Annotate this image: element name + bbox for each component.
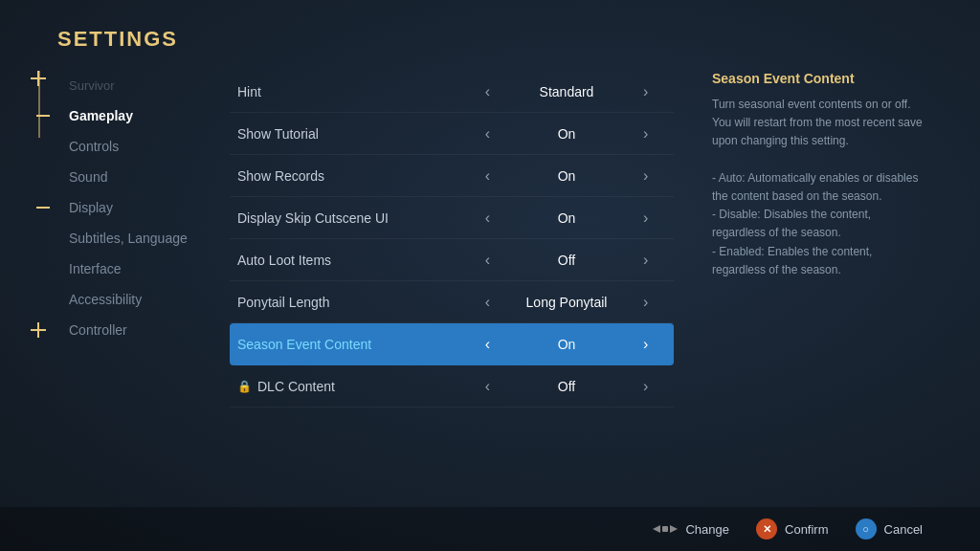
setting-control-auto-loot: ‹ Off › [467, 252, 666, 269]
setting-label-ponytail: Ponytail Length [237, 295, 467, 310]
setting-label-season-event: Season Event Content [237, 337, 467, 352]
setting-label-hint: Hint [237, 84, 467, 99]
setting-control-dlc-content: ‹ Off › [467, 378, 666, 395]
sidebar-item-interface[interactable]: Interface [57, 253, 211, 284]
arrow-left-auto-loot[interactable]: ‹ [485, 252, 490, 269]
arrow-right-show-tutorial[interactable]: › [643, 125, 648, 143]
setting-control-ponytail: ‹ Long Ponytail › [467, 294, 666, 311]
cancel-icon: ○ [856, 518, 877, 540]
info-panel-text: Turn seasonal event contents on or off. … [712, 96, 923, 279]
page-title: Settings [57, 27, 923, 52]
arrow-right-hint[interactable]: › [643, 83, 648, 100]
sidebar-item-gameplay[interactable]: Gameplay [57, 100, 211, 131]
lock-icon: 🔒 [237, 380, 252, 393]
setting-control-season-event: ‹ On › [467, 336, 666, 353]
info-panel-title: Season Event Content [712, 71, 923, 86]
setting-row-hint[interactable]: Hint ‹ Standard › [230, 71, 674, 113]
footer-action-change: Change [653, 522, 729, 537]
settings-container: Settings Survivor Gameplay [0, 0, 980, 551]
setting-label-show-tutorial: Show Tutorial [237, 126, 467, 142]
confirm-label: Confirm [785, 522, 829, 537]
setting-control-show-tutorial: ‹ On › [467, 125, 666, 143]
sidebar-item-controller[interactable]: Controller [57, 315, 211, 345]
arrow-right-ponytail[interactable]: › [643, 294, 648, 311]
footer-action-cancel[interactable]: ○ Cancel [856, 518, 923, 540]
setting-row-display-skip[interactable]: Display Skip Cutscene UI ‹ On › [230, 197, 674, 239]
arrow-right-display-skip[interactable]: › [643, 209, 648, 227]
arrow-right-dlc-content[interactable]: › [643, 378, 648, 395]
setting-label-dlc-content: 🔒 DLC Content [237, 379, 467, 394]
arrow-left-dlc-content[interactable]: ‹ [485, 378, 490, 395]
setting-row-dlc-content[interactable]: 🔒 DLC Content ‹ Off › [230, 365, 674, 408]
arrow-right-auto-loot[interactable]: › [643, 252, 648, 269]
setting-label-auto-loot: Auto Loot Items [237, 253, 467, 268]
change-label: Change [685, 522, 729, 537]
header: Settings [0, 0, 980, 61]
arrow-left-hint[interactable]: ‹ [485, 83, 490, 100]
info-panel: Season Event Content Turn seasonal event… [693, 61, 923, 507]
arrow-left-show-records[interactable]: ‹ [485, 167, 490, 185]
arrow-right-season-event[interactable]: › [643, 336, 648, 353]
dpad-icon [653, 525, 678, 533]
arrow-right-show-records[interactable]: › [643, 167, 648, 185]
sidebar-item-accessibility[interactable]: Accessibility [57, 284, 211, 315]
setting-control-display-skip: ‹ On › [467, 209, 666, 227]
arrow-left-display-skip[interactable]: ‹ [485, 209, 490, 227]
setting-row-show-records[interactable]: Show Records ‹ On › [230, 155, 674, 197]
arrow-left-season-event[interactable]: ‹ [485, 336, 490, 353]
setting-row-auto-loot[interactable]: Auto Loot Items ‹ Off › [230, 239, 674, 281]
arrow-left-ponytail[interactable]: ‹ [485, 294, 490, 311]
sidebar-item-display[interactable]: Display [57, 192, 211, 223]
confirm-icon: ✕ [756, 518, 777, 540]
setting-label-show-records: Show Records [237, 168, 467, 184]
sidebar-item-subtitles[interactable]: Subtitles, Language [57, 223, 211, 253]
setting-control-hint: ‹ Standard › [467, 83, 666, 100]
footer: Change ✕ Confirm ○ Cancel [0, 507, 980, 551]
setting-row-show-tutorial[interactable]: Show Tutorial ‹ On › [230, 113, 674, 155]
setting-control-show-records: ‹ On › [467, 167, 666, 185]
settings-panel: Hint ‹ Standard › Show Tutorial ‹ On › [211, 61, 693, 507]
sidebar: Survivor Gameplay Controls Sound Display… [57, 61, 211, 507]
setting-label-display-skip: Display Skip Cutscene UI [237, 210, 467, 226]
footer-action-confirm[interactable]: ✕ Confirm [756, 518, 829, 540]
sidebar-item-survivor[interactable]: Survivor [57, 71, 211, 100]
setting-row-ponytail[interactable]: Ponytail Length ‹ Long Ponytail › [230, 281, 674, 323]
main-content: Survivor Gameplay Controls Sound Display… [0, 61, 980, 507]
arrow-left-show-tutorial[interactable]: ‹ [485, 125, 490, 143]
sidebar-item-sound[interactable]: Sound [57, 162, 211, 192]
cancel-label: Cancel [884, 522, 923, 537]
setting-row-season-event[interactable]: Season Event Content ‹ On › [230, 323, 674, 365]
sidebar-item-controls[interactable]: Controls [57, 131, 211, 162]
